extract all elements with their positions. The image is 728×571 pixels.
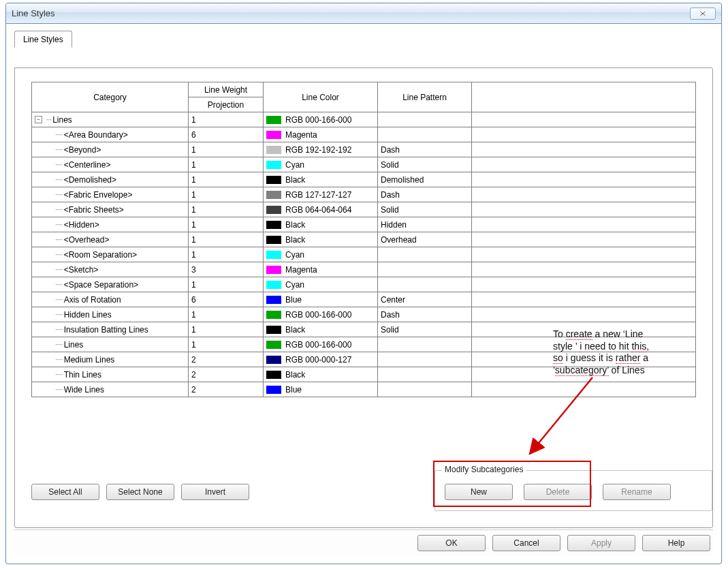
color-cell[interactable]: RGB 000-166-000: [264, 112, 378, 127]
color-cell[interactable]: RGB 064-064-064: [264, 202, 378, 217]
color-cell[interactable]: RGB 000-166-000: [264, 337, 378, 352]
tree-collapse-icon[interactable]: −: [35, 116, 42, 123]
category-cell[interactable]: ······ <Demolished>: [32, 172, 189, 187]
color-cell[interactable]: Cyan: [264, 157, 378, 172]
pattern-cell[interactable]: Demolished: [378, 172, 472, 187]
pattern-cell[interactable]: Solid: [378, 157, 472, 172]
category-cell[interactable]: ······ Hidden Lines: [32, 307, 189, 322]
select-none-button[interactable]: Select None: [106, 484, 174, 500]
weight-cell[interactable]: 1: [189, 217, 264, 232]
rename-button[interactable]: Rename: [603, 484, 671, 500]
col-category[interactable]: Category: [32, 82, 189, 112]
pattern-cell[interactable]: [378, 337, 472, 352]
weight-cell[interactable]: 1: [189, 157, 264, 172]
col-weight-sub[interactable]: Projection: [189, 97, 264, 112]
category-cell[interactable]: ······ <Overhead>: [32, 232, 189, 247]
pattern-cell[interactable]: [378, 247, 472, 262]
delete-button[interactable]: Delete: [524, 484, 592, 500]
color-cell[interactable]: Black: [264, 217, 378, 232]
color-cell[interactable]: RGB 000-166-000: [264, 307, 378, 322]
table-row[interactable]: ······ Wide Lines2Blue: [32, 382, 696, 397]
category-cell[interactable]: ······ <Fabric Envelope>: [32, 187, 189, 202]
category-cell[interactable]: ······ Medium Lines: [32, 352, 189, 367]
table-row[interactable]: ······ <Sketch>3Magenta: [32, 262, 696, 277]
weight-cell[interactable]: 6: [189, 127, 264, 142]
table-row[interactable]: ······ <Area Boundary>6Magenta: [32, 127, 696, 142]
pattern-cell[interactable]: Dash: [378, 307, 472, 322]
tab-line-styles[interactable]: Line Styles: [14, 31, 72, 48]
pattern-cell[interactable]: [378, 382, 472, 397]
col-color[interactable]: Line Color: [264, 82, 378, 112]
color-cell[interactable]: Magenta: [264, 127, 378, 142]
category-cell[interactable]: ······ <Fabric Sheets>: [32, 202, 189, 217]
weight-cell[interactable]: 1: [189, 172, 264, 187]
color-cell[interactable]: RGB 192-192-192: [264, 142, 378, 157]
color-cell[interactable]: Black: [264, 367, 378, 382]
category-cell[interactable]: ······ Lines: [32, 337, 189, 352]
weight-cell[interactable]: 1: [189, 322, 264, 337]
table-row[interactable]: −···· Lines1RGB 000-166-000: [32, 112, 696, 127]
pattern-cell[interactable]: Solid: [378, 202, 472, 217]
color-cell[interactable]: Magenta: [264, 262, 378, 277]
weight-cell[interactable]: 1: [189, 307, 264, 322]
category-cell[interactable]: ······ <Sketch>: [32, 262, 189, 277]
weight-cell[interactable]: 2: [189, 367, 264, 382]
select-all-button[interactable]: Select All: [31, 484, 99, 500]
weight-cell[interactable]: 2: [189, 382, 264, 397]
ok-button[interactable]: OK: [417, 535, 486, 551]
weight-cell[interactable]: 3: [189, 262, 264, 277]
table-row[interactable]: ······ <Overhead>1BlackOverhead: [32, 232, 696, 247]
table-row[interactable]: ······ <Centerline>1CyanSolid: [32, 157, 696, 172]
col-weight-top[interactable]: Line Weight: [189, 82, 264, 97]
pattern-cell[interactable]: [378, 127, 472, 142]
cancel-button[interactable]: Cancel: [492, 535, 560, 551]
pattern-cell[interactable]: [378, 112, 472, 127]
pattern-cell[interactable]: Solid: [378, 322, 472, 337]
category-cell[interactable]: ······ <Hidden>: [32, 217, 189, 232]
category-cell[interactable]: ······ <Centerline>: [32, 157, 189, 172]
color-cell[interactable]: Black: [264, 172, 378, 187]
category-cell[interactable]: −···· Lines: [32, 112, 189, 127]
col-pattern[interactable]: Line Pattern: [378, 82, 472, 112]
category-cell[interactable]: ······ <Space Separation>: [32, 277, 189, 292]
table-row[interactable]: ······ <Fabric Sheets>1RGB 064-064-064So…: [32, 202, 696, 217]
close-button[interactable]: [690, 7, 716, 20]
pattern-cell[interactable]: Hidden: [378, 217, 472, 232]
weight-cell[interactable]: 1: [189, 187, 264, 202]
pattern-cell[interactable]: Dash: [378, 142, 472, 157]
category-cell[interactable]: ······ <Room Separation>: [32, 247, 189, 262]
pattern-cell[interactable]: Overhead: [378, 232, 472, 247]
category-cell[interactable]: ······ Wide Lines: [32, 382, 189, 397]
color-cell[interactable]: Black: [264, 232, 378, 247]
table-row[interactable]: ······ <Beyond>1RGB 192-192-192Dash: [32, 142, 696, 157]
color-cell[interactable]: RGB 127-127-127: [264, 187, 378, 202]
pattern-cell[interactable]: [378, 352, 472, 367]
color-cell[interactable]: RGB 000-000-127: [264, 352, 378, 367]
pattern-cell[interactable]: [378, 277, 472, 292]
color-cell[interactable]: Cyan: [264, 247, 378, 262]
color-cell[interactable]: Cyan: [264, 277, 378, 292]
table-row[interactable]: ······ Axis of Rotation6BlueCenter: [32, 292, 696, 307]
weight-cell[interactable]: 1: [189, 247, 264, 262]
table-row[interactable]: ······ <Demolished>1BlackDemolished: [32, 172, 696, 187]
pattern-cell[interactable]: [378, 262, 472, 277]
weight-cell[interactable]: 1: [189, 112, 264, 127]
color-cell[interactable]: Blue: [264, 292, 378, 307]
pattern-cell[interactable]: Dash: [378, 187, 472, 202]
weight-cell[interactable]: 6: [189, 292, 264, 307]
invert-button[interactable]: Invert: [181, 484, 249, 500]
weight-cell[interactable]: 1: [189, 142, 264, 157]
table-row[interactable]: ······ <Space Separation>1Cyan: [32, 277, 696, 292]
table-row[interactable]: ······ <Room Separation>1Cyan: [32, 247, 696, 262]
weight-cell[interactable]: 1: [189, 232, 264, 247]
pattern-cell[interactable]: [378, 367, 472, 382]
weight-cell[interactable]: 1: [189, 202, 264, 217]
table-row[interactable]: ······ Hidden Lines1RGB 000-166-000Dash: [32, 307, 696, 322]
table-row[interactable]: ······ <Fabric Envelope>1RGB 127-127-127…: [32, 187, 696, 202]
weight-cell[interactable]: 1: [189, 337, 264, 352]
help-button[interactable]: Help: [642, 535, 710, 551]
color-cell[interactable]: Black: [264, 322, 378, 337]
category-cell[interactable]: ······ <Beyond>: [32, 142, 189, 157]
weight-cell[interactable]: 1: [189, 277, 264, 292]
color-cell[interactable]: Blue: [264, 382, 378, 397]
